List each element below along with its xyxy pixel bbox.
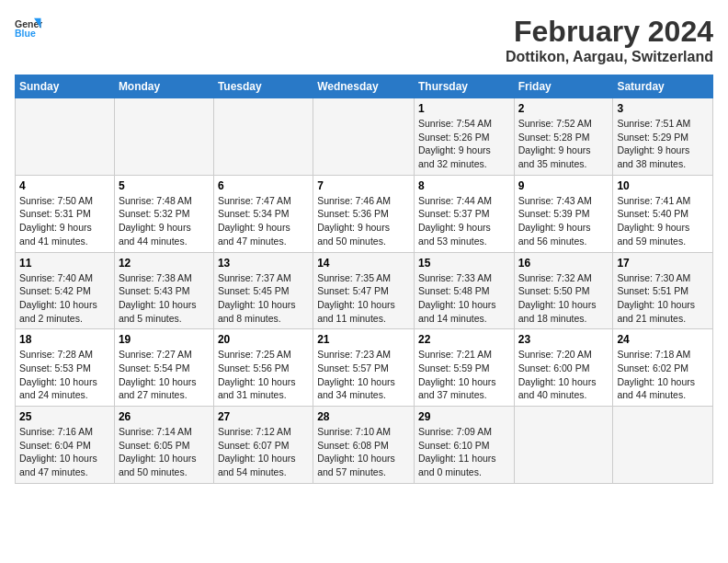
day-info: Sunrise: 7:23 AM Sunset: 5:57 PM Dayligh… bbox=[317, 348, 410, 402]
calendar-week-2: 4Sunrise: 7:50 AM Sunset: 5:31 PM Daylig… bbox=[16, 175, 713, 252]
calendar-cell bbox=[613, 407, 713, 484]
day-info: Sunrise: 7:38 AM Sunset: 5:43 PM Dayligh… bbox=[119, 271, 210, 326]
day-number: 4 bbox=[19, 179, 110, 192]
calendar-week-3: 11Sunrise: 7:40 AM Sunset: 5:42 PM Dayli… bbox=[16, 252, 713, 329]
day-number: 15 bbox=[418, 257, 510, 270]
day-info: Sunrise: 7:21 AM Sunset: 5:59 PM Dayligh… bbox=[418, 348, 510, 402]
calendar-cell: 6Sunrise: 7:47 AM Sunset: 5:34 PM Daylig… bbox=[213, 175, 313, 252]
day-info: Sunrise: 7:16 AM Sunset: 6:04 PM Dayligh… bbox=[19, 425, 110, 479]
calendar-cell: 21Sunrise: 7:23 AM Sunset: 5:57 PM Dayli… bbox=[313, 329, 415, 407]
col-header-sunday: Sunday bbox=[16, 75, 115, 98]
day-number: 25 bbox=[19, 410, 110, 423]
calendar-week-5: 25Sunrise: 7:16 AM Sunset: 6:04 PM Dayli… bbox=[16, 407, 713, 484]
calendar-cell: 20Sunrise: 7:25 AM Sunset: 5:56 PM Dayli… bbox=[213, 329, 313, 407]
calendar-cell: 3Sunrise: 7:51 AM Sunset: 5:29 PM Daylig… bbox=[613, 98, 713, 176]
day-number: 3 bbox=[617, 102, 709, 115]
calendar-cell: 1Sunrise: 7:54 AM Sunset: 5:26 PM Daylig… bbox=[414, 98, 514, 176]
day-info: Sunrise: 7:25 AM Sunset: 5:56 PM Dayligh… bbox=[218, 348, 309, 402]
calendar-cell bbox=[16, 98, 115, 176]
day-info: Sunrise: 7:12 AM Sunset: 6:07 PM Dayligh… bbox=[218, 425, 309, 479]
day-number: 16 bbox=[518, 257, 609, 270]
calendar-cell: 12Sunrise: 7:38 AM Sunset: 5:43 PM Dayli… bbox=[114, 252, 213, 329]
calendar-cell: 15Sunrise: 7:33 AM Sunset: 5:48 PM Dayli… bbox=[414, 252, 514, 329]
calendar-cell: 24Sunrise: 7:18 AM Sunset: 6:02 PM Dayli… bbox=[613, 329, 713, 407]
col-header-monday: Monday bbox=[114, 75, 213, 98]
calendar-cell: 22Sunrise: 7:21 AM Sunset: 5:59 PM Dayli… bbox=[414, 329, 514, 407]
calendar-cell: 27Sunrise: 7:12 AM Sunset: 6:07 PM Dayli… bbox=[213, 407, 313, 484]
calendar-cell: 28Sunrise: 7:10 AM Sunset: 6:08 PM Dayli… bbox=[313, 407, 415, 484]
day-number: 8 bbox=[418, 179, 510, 192]
logo: General Blue bbox=[15, 15, 42, 42]
day-info: Sunrise: 7:43 AM Sunset: 5:39 PM Dayligh… bbox=[518, 194, 609, 248]
header: General Blue February 2024 Dottikon, Aar… bbox=[15, 15, 713, 65]
day-number: 29 bbox=[418, 410, 510, 423]
calendar-cell bbox=[114, 98, 213, 176]
calendar-cell: 10Sunrise: 7:41 AM Sunset: 5:40 PM Dayli… bbox=[613, 175, 713, 252]
day-number: 2 bbox=[518, 102, 609, 115]
day-info: Sunrise: 7:51 AM Sunset: 5:29 PM Dayligh… bbox=[617, 117, 709, 171]
day-info: Sunrise: 7:18 AM Sunset: 6:02 PM Dayligh… bbox=[617, 348, 709, 402]
day-number: 12 bbox=[119, 257, 210, 270]
day-info: Sunrise: 7:52 AM Sunset: 5:28 PM Dayligh… bbox=[518, 117, 609, 171]
day-number: 9 bbox=[518, 179, 609, 192]
calendar-week-1: 1Sunrise: 7:54 AM Sunset: 5:26 PM Daylig… bbox=[16, 98, 713, 176]
calendar-cell bbox=[213, 98, 313, 176]
calendar-cell: 17Sunrise: 7:30 AM Sunset: 5:51 PM Dayli… bbox=[613, 252, 713, 329]
day-number: 18 bbox=[19, 333, 110, 346]
day-info: Sunrise: 7:50 AM Sunset: 5:31 PM Dayligh… bbox=[19, 194, 110, 248]
day-info: Sunrise: 7:41 AM Sunset: 5:40 PM Dayligh… bbox=[617, 194, 709, 248]
day-info: Sunrise: 7:14 AM Sunset: 6:05 PM Dayligh… bbox=[119, 425, 210, 479]
calendar-cell: 4Sunrise: 7:50 AM Sunset: 5:31 PM Daylig… bbox=[16, 175, 115, 252]
day-number: 23 bbox=[518, 333, 609, 346]
col-header-tuesday: Tuesday bbox=[213, 75, 313, 98]
col-header-wednesday: Wednesday bbox=[313, 75, 415, 98]
calendar-cell: 8Sunrise: 7:44 AM Sunset: 5:37 PM Daylig… bbox=[414, 175, 514, 252]
calendar-cell bbox=[514, 407, 613, 484]
calendar-cell: 18Sunrise: 7:28 AM Sunset: 5:53 PM Dayli… bbox=[16, 329, 115, 407]
day-number: 14 bbox=[317, 257, 410, 270]
day-number: 28 bbox=[317, 410, 410, 423]
calendar-cell: 29Sunrise: 7:09 AM Sunset: 6:10 PM Dayli… bbox=[414, 407, 514, 484]
day-info: Sunrise: 7:33 AM Sunset: 5:48 PM Dayligh… bbox=[418, 271, 510, 326]
day-number: 19 bbox=[119, 333, 210, 346]
col-header-friday: Friday bbox=[514, 75, 613, 98]
day-info: Sunrise: 7:46 AM Sunset: 5:36 PM Dayligh… bbox=[317, 194, 410, 248]
day-number: 1 bbox=[418, 102, 510, 115]
svg-text:Blue: Blue bbox=[15, 28, 36, 39]
col-header-thursday: Thursday bbox=[414, 75, 514, 98]
day-info: Sunrise: 7:44 AM Sunset: 5:37 PM Dayligh… bbox=[418, 194, 510, 248]
day-number: 22 bbox=[418, 333, 510, 346]
calendar-cell: 26Sunrise: 7:14 AM Sunset: 6:05 PM Dayli… bbox=[114, 407, 213, 484]
calendar-table: SundayMondayTuesdayWednesdayThursdayFrid… bbox=[15, 75, 713, 484]
day-info: Sunrise: 7:20 AM Sunset: 6:00 PM Dayligh… bbox=[518, 348, 609, 402]
calendar-cell: 5Sunrise: 7:48 AM Sunset: 5:32 PM Daylig… bbox=[114, 175, 213, 252]
calendar-cell: 2Sunrise: 7:52 AM Sunset: 5:28 PM Daylig… bbox=[514, 98, 613, 176]
calendar-cell: 9Sunrise: 7:43 AM Sunset: 5:39 PM Daylig… bbox=[514, 175, 613, 252]
day-number: 13 bbox=[218, 257, 309, 270]
day-info: Sunrise: 7:09 AM Sunset: 6:10 PM Dayligh… bbox=[418, 425, 510, 479]
calendar-cell: 19Sunrise: 7:27 AM Sunset: 5:54 PM Dayli… bbox=[114, 329, 213, 407]
month-title: February 2024 bbox=[506, 15, 713, 49]
calendar-week-4: 18Sunrise: 7:28 AM Sunset: 5:53 PM Dayli… bbox=[16, 329, 713, 407]
logo-icon: General Blue bbox=[15, 15, 42, 42]
day-number: 26 bbox=[119, 410, 210, 423]
day-number: 10 bbox=[617, 179, 709, 192]
day-info: Sunrise: 7:35 AM Sunset: 5:47 PM Dayligh… bbox=[317, 271, 410, 326]
day-info: Sunrise: 7:48 AM Sunset: 5:32 PM Dayligh… bbox=[119, 194, 210, 248]
day-info: Sunrise: 7:37 AM Sunset: 5:45 PM Dayligh… bbox=[218, 271, 309, 326]
calendar-cell: 25Sunrise: 7:16 AM Sunset: 6:04 PM Dayli… bbox=[16, 407, 115, 484]
location-title: Dottikon, Aargau, Switzerland bbox=[506, 49, 713, 65]
day-number: 24 bbox=[617, 333, 709, 346]
day-number: 20 bbox=[218, 333, 309, 346]
day-info: Sunrise: 7:30 AM Sunset: 5:51 PM Dayligh… bbox=[617, 271, 709, 326]
day-number: 11 bbox=[19, 257, 110, 270]
day-info: Sunrise: 7:54 AM Sunset: 5:26 PM Dayligh… bbox=[418, 117, 510, 171]
calendar-cell: 7Sunrise: 7:46 AM Sunset: 5:36 PM Daylig… bbox=[313, 175, 415, 252]
calendar-cell: 11Sunrise: 7:40 AM Sunset: 5:42 PM Dayli… bbox=[16, 252, 115, 329]
calendar-cell: 23Sunrise: 7:20 AM Sunset: 6:00 PM Dayli… bbox=[514, 329, 613, 407]
day-info: Sunrise: 7:47 AM Sunset: 5:34 PM Dayligh… bbox=[218, 194, 309, 248]
day-info: Sunrise: 7:10 AM Sunset: 6:08 PM Dayligh… bbox=[317, 425, 410, 479]
day-number: 5 bbox=[119, 179, 210, 192]
calendar-cell: 13Sunrise: 7:37 AM Sunset: 5:45 PM Dayli… bbox=[213, 252, 313, 329]
title-area: February 2024 Dottikon, Aargau, Switzerl… bbox=[506, 15, 713, 65]
